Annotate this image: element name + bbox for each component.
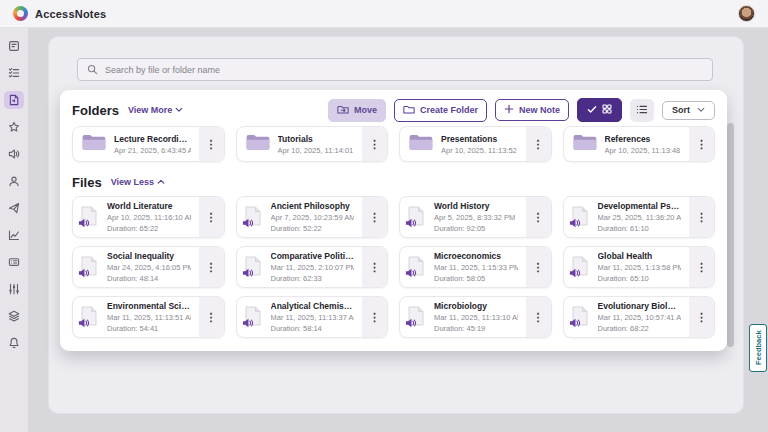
file-card[interactable]: Global Health Mar 11, 2025, 1:13:58 PM D… xyxy=(563,246,716,288)
folder-text: References Apr 10, 2025, 11:13:48 AM xyxy=(605,134,682,155)
user-avatar[interactable] xyxy=(738,5,755,22)
sidebar-item-favorites[interactable] xyxy=(4,118,24,136)
file-card-body: Analytical Chemistry Mar 11, 2025, 11:13… xyxy=(237,297,363,337)
file-date: Mar 11, 2025, 11:13:51 AM xyxy=(107,313,191,322)
grid-view-toggle-button[interactable] xyxy=(577,98,622,122)
file-menu-button[interactable]: ⋮ xyxy=(362,247,387,287)
folders-header-row: Folders View More Move Create Folder xyxy=(72,98,715,122)
folder-menu-button[interactable]: ⋮ xyxy=(362,127,387,161)
file-menu-button[interactable]: ⋮ xyxy=(689,297,714,337)
app-logo-icon xyxy=(13,6,28,21)
file-card-body: Global Health Mar 11, 2025, 1:13:58 PM D… xyxy=(564,247,690,287)
file-text: Environmental Science Mar 11, 2025, 11:1… xyxy=(107,301,191,333)
folder-card[interactable]: Presentations Apr 10, 2025, 11:13:52 AM … xyxy=(399,126,552,162)
folder-date: Apr 21, 2025, 6:43:45 AM xyxy=(114,146,191,155)
file-text: World Literature Apr 10, 2025, 11:16:10 … xyxy=(107,201,191,233)
sidebar-item-recordings[interactable] xyxy=(4,145,24,163)
audio-file-icon xyxy=(572,206,590,228)
file-menu-button[interactable]: ⋮ xyxy=(362,197,387,237)
file-card[interactable]: Analytical Chemistry Mar 11, 2025, 11:13… xyxy=(236,296,389,338)
folder-menu-button[interactable]: ⋮ xyxy=(526,127,551,161)
folder-name: Tutorials xyxy=(278,134,355,144)
folder-icon xyxy=(81,133,106,155)
file-menu-button[interactable]: ⋮ xyxy=(689,247,714,287)
files-section-title: Files xyxy=(72,175,102,190)
audio-file-icon xyxy=(572,256,590,278)
folders-view-more-link[interactable]: View More xyxy=(128,105,183,115)
sidebar-item-transcripts[interactable] xyxy=(4,253,24,271)
file-card[interactable]: Ancient Philosophy Apr 7, 2025, 10:23:59… xyxy=(236,196,389,238)
chevron-down-icon xyxy=(175,105,183,115)
file-menu-button[interactable]: ⋮ xyxy=(199,247,224,287)
file-card-body: Microbiology Mar 11, 2025, 11:13:10 AM D… xyxy=(400,297,526,337)
file-text: Microbiology Mar 11, 2025, 11:13:10 AM D… xyxy=(434,301,518,333)
sidebar-item-collections[interactable] xyxy=(4,307,24,325)
files-header-row: Files View Less xyxy=(72,172,715,192)
folder-text: Lecture Recordings Apr 21, 2025, 6:43:45… xyxy=(114,134,191,155)
audio-file-icon xyxy=(408,256,426,278)
feedback-tab[interactable]: Feedback xyxy=(749,324,767,372)
create-folder-button[interactable]: Create Folder xyxy=(394,99,487,122)
file-card-body: Microeconomics Mar 11, 2025, 1:15:33 PM … xyxy=(400,247,526,287)
file-card[interactable]: World Literature Apr 10, 2025, 11:16:10 … xyxy=(72,196,225,238)
file-card[interactable]: Evolutionary Biology Mar 11, 2025, 10:57… xyxy=(563,296,716,338)
folder-card[interactable]: Tutorials Apr 10, 2025, 11:14:01 AM ⋮ xyxy=(236,126,389,162)
folder-menu-button[interactable]: ⋮ xyxy=(199,127,224,161)
file-card-body: Ancient Philosophy Apr 7, 2025, 10:23:59… xyxy=(237,197,363,237)
plus-icon xyxy=(504,104,514,116)
view-less-label: View Less xyxy=(111,177,154,187)
file-name: World History xyxy=(434,201,515,211)
new-note-button[interactable]: New Note xyxy=(495,99,569,121)
top-bar: AccessNotes xyxy=(0,0,768,28)
sidebar-item-notes-board[interactable] xyxy=(4,37,24,55)
search-input[interactable]: Search by file or folder name xyxy=(77,58,713,81)
file-card[interactable]: Developmental Psych... Mar 25, 2025, 11:… xyxy=(563,196,716,238)
file-card[interactable]: Social Inequality Mar 24, 2025, 4:16:05 … xyxy=(72,246,225,288)
file-card[interactable]: Microeconomics Mar 11, 2025, 1:15:33 PM … xyxy=(399,246,552,288)
file-date: Mar 24, 2025, 4:16:05 PM xyxy=(107,263,191,272)
file-card[interactable]: Microbiology Mar 11, 2025, 11:13:10 AM D… xyxy=(399,296,552,338)
audio-file-icon xyxy=(8,94,20,106)
bell-icon xyxy=(8,337,20,349)
sidebar-item-analytics[interactable] xyxy=(4,226,24,244)
move-button[interactable]: Move xyxy=(328,99,386,122)
file-menu-button[interactable]: ⋮ xyxy=(199,197,224,237)
sort-dropdown[interactable]: Sort xyxy=(662,101,715,120)
file-menu-button[interactable]: ⋮ xyxy=(526,197,551,237)
folder-card[interactable]: Lecture Recordings Apr 21, 2025, 6:43:45… xyxy=(72,126,225,162)
file-text: Microeconomics Mar 11, 2025, 1:15:33 PM … xyxy=(434,251,518,283)
audio-file-icon xyxy=(245,206,263,228)
file-text: Ancient Philosophy Apr 7, 2025, 10:23:59… xyxy=(271,201,355,233)
folder-card[interactable]: References Apr 10, 2025, 11:13:48 AM ⋮ xyxy=(563,126,716,162)
file-name: Developmental Psych... xyxy=(598,201,682,211)
file-card[interactable]: Environmental Science Mar 11, 2025, 11:1… xyxy=(72,296,225,338)
sidebar-item-audio-files[interactable] xyxy=(4,91,24,109)
file-menu-button[interactable]: ⋮ xyxy=(199,297,224,337)
file-name: Ancient Philosophy xyxy=(271,201,355,211)
file-duration: Duration: 58:14 xyxy=(271,324,355,333)
folder-name: Presentations xyxy=(441,134,518,144)
file-date: Mar 11, 2025, 2:10:07 PM xyxy=(271,263,355,272)
sidebar-item-notifications[interactable] xyxy=(4,334,24,352)
file-menu-button[interactable]: ⋮ xyxy=(526,297,551,337)
file-text: Evolutionary Biology Mar 11, 2025, 10:57… xyxy=(598,301,682,333)
list-view-button[interactable] xyxy=(630,99,654,122)
vertical-scrollbar[interactable] xyxy=(727,123,734,347)
file-date: Mar 11, 2025, 11:13:10 AM xyxy=(434,313,518,322)
file-menu-button[interactable]: ⋮ xyxy=(689,197,714,237)
file-menu-button[interactable]: ⋮ xyxy=(526,247,551,287)
file-card[interactable]: Comparative Politics Mar 11, 2025, 2:10:… xyxy=(236,246,389,288)
folder-menu-button[interactable]: ⋮ xyxy=(689,127,714,161)
sidebar-item-contacts[interactable] xyxy=(4,172,24,190)
sidebar-item-task-list[interactable] xyxy=(4,64,24,82)
sidebar-item-filters[interactable] xyxy=(4,280,24,298)
audio-file-icon xyxy=(81,256,99,278)
list-icon xyxy=(636,104,648,117)
sidebar-item-share[interactable] xyxy=(4,199,24,217)
file-text: Analytical Chemistry Mar 11, 2025, 11:13… xyxy=(271,301,355,333)
folders-grid: Lecture Recordings Apr 21, 2025, 6:43:45… xyxy=(72,126,715,162)
file-card[interactable]: World History Apr 5, 2025, 8:33:32 PM Du… xyxy=(399,196,552,238)
file-menu-button[interactable]: ⋮ xyxy=(362,297,387,337)
file-date: Mar 11, 2025, 1:15:33 PM xyxy=(434,263,518,272)
files-view-less-link[interactable]: View Less xyxy=(111,177,165,187)
